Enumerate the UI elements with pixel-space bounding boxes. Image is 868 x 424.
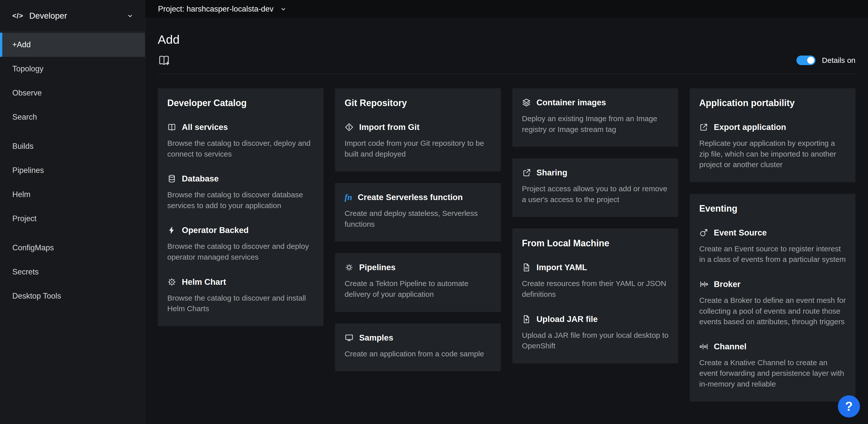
operator-backed-icon	[167, 226, 176, 235]
event-source-icon	[699, 228, 708, 237]
card-title: Eventing	[699, 203, 846, 214]
card-pipelines: PipelinesCreate a Tekton Pipeline to aut…	[335, 253, 501, 312]
tile-description: Project access allows you to add or remo…	[522, 183, 669, 205]
upload-jar-icon	[522, 315, 531, 324]
cards-column-4: Application portabilityExport applicatio…	[690, 88, 856, 402]
tile-title: Helm Chart	[182, 277, 226, 287]
card-eventing: EventingEvent SourceCreate an Event sour…	[690, 194, 856, 402]
switch-knob	[807, 57, 814, 64]
card-application-portability: Application portabilityExport applicatio…	[690, 88, 856, 182]
tile-description: Deploy an existing Image from an Image r…	[522, 113, 669, 135]
channel-icon	[699, 342, 708, 351]
import-yaml-icon	[522, 263, 531, 272]
page-title: Add	[158, 32, 856, 47]
sidebar-item-configmaps[interactable]: ConfigMaps	[0, 236, 145, 260]
tile-description: Replicate your application by exporting …	[699, 138, 846, 170]
container-images-icon	[522, 98, 531, 107]
card-title: From Local Machine	[522, 238, 669, 249]
tile-create-serverless-function[interactable]: fnCreate Serverless functionCreate and d…	[345, 193, 491, 229]
add-cards-grid: Developer CatalogAll servicesBrowse the …	[158, 88, 856, 402]
sidebar-item-project[interactable]: Project	[0, 206, 145, 231]
tile-all-services[interactable]: All servicesBrowse the catalog to discov…	[167, 122, 314, 159]
tile-event-source[interactable]: Event SourceCreate an Event source to re…	[699, 228, 846, 265]
tile-channel[interactable]: ChannelCreate a Knative Channel to creat…	[699, 342, 846, 390]
tile-database[interactable]: DatabaseBrowse the catalog to discover d…	[167, 174, 314, 211]
tile-operator-backed[interactable]: Operator BackedBrowse the catalog to dis…	[167, 225, 314, 262]
tile-description: Create a Tekton Pipeline to automate del…	[345, 278, 491, 300]
page-subheader: Details on	[158, 54, 856, 66]
sidebar-item-add[interactable]: +Add	[0, 33, 145, 57]
card-create-serverless-function: fnCreate Serverless functionCreate and d…	[335, 183, 501, 242]
sidebar-item-desktop-tools[interactable]: Desktop Tools	[0, 284, 145, 308]
tile-header: Channel	[699, 342, 846, 351]
tile-samples[interactable]: SamplesCreate an application from a code…	[345, 333, 491, 360]
tile-title: Upload JAR file	[536, 314, 598, 324]
sidebar: </> Developer +AddTopologyObserveSearchB…	[0, 0, 145, 424]
pipelines-icon	[345, 263, 353, 272]
tile-title: Database	[182, 174, 219, 183]
import-from-git-icon	[345, 123, 353, 132]
sidebar-item-helm[interactable]: Helm	[0, 182, 145, 206]
tile-title: Export application	[714, 122, 786, 132]
card-samples: SamplesCreate an application from a code…	[335, 323, 501, 371]
tile-title: Create Serverless function	[358, 193, 463, 202]
database-icon	[167, 174, 176, 183]
tile-description: Browse the catalog to discover database …	[167, 190, 314, 211]
tile-header: Samples	[345, 333, 491, 343]
tile-description: Create an application from a code sample	[345, 348, 491, 360]
card-title: Developer Catalog	[167, 98, 314, 108]
tile-broker[interactable]: BrokerCreate a Broker to define an event…	[699, 280, 846, 327]
tile-title: Operator Backed	[182, 225, 249, 235]
perspective-switcher[interactable]: </> Developer	[0, 0, 145, 32]
card-developer-catalog: Developer CatalogAll servicesBrowse the …	[158, 88, 323, 326]
details-switch[interactable]	[797, 56, 815, 65]
tile-description: Create resources from their YAML or JSON…	[522, 278, 669, 300]
card-title: Application portability	[699, 98, 846, 108]
tile-import-from-git[interactable]: Import from GitImport code from your Git…	[345, 122, 491, 159]
tile-container-images[interactable]: Container imagesDeploy an existing Image…	[522, 98, 669, 135]
tile-title: Pipelines	[359, 263, 396, 272]
sidebar-group: +AddTopologyObserveSearch	[0, 33, 145, 129]
tile-helm-chart[interactable]: Helm ChartBrowse the catalog to discover…	[167, 277, 314, 314]
tile-upload-jar-file[interactable]: Upload JAR fileUpload a JAR file from yo…	[522, 314, 669, 351]
tile-header: Import YAML	[522, 263, 669, 272]
project-label: Project: harshcasper-localsta-dev	[158, 4, 274, 13]
tile-header: Event Source	[699, 228, 846, 237]
details-toggle-label: Details on	[822, 56, 856, 64]
tile-title: Import YAML	[536, 263, 587, 272]
sidebar-item-observe[interactable]: Observe	[0, 81, 145, 105]
developer-perspective-icon: </>	[12, 12, 23, 20]
tile-header: Sharing	[522, 168, 669, 177]
samples-icon	[345, 333, 353, 342]
tile-export-application[interactable]: Export applicationReplicate your applica…	[699, 122, 846, 170]
sidebar-item-search[interactable]: Search	[0, 105, 145, 129]
tile-header: fnCreate Serverless function	[345, 193, 491, 202]
tile-title: Container images	[536, 98, 606, 107]
sidebar-item-builds[interactable]: Builds	[0, 134, 145, 158]
tile-pipelines[interactable]: PipelinesCreate a Tekton Pipeline to aut…	[345, 263, 491, 300]
tile-header: Export application	[699, 122, 846, 132]
perspective-label: Developer	[29, 11, 67, 21]
sidebar-group: BuildsPipelinesHelmProject	[0, 134, 145, 231]
sidebar-item-pipelines[interactable]: Pipelines	[0, 158, 145, 182]
sidebar-item-topology[interactable]: Topology	[0, 57, 145, 81]
broker-icon	[699, 280, 708, 289]
tile-title: Sharing	[536, 168, 567, 177]
guided-tour-book-icon[interactable]	[158, 54, 170, 66]
help-button[interactable]: ?	[838, 395, 860, 418]
sidebar-item-secrets[interactable]: Secrets	[0, 260, 145, 284]
tile-description: Import code from your Git repository to …	[345, 138, 491, 159]
tile-header: Import from Git	[345, 122, 491, 132]
tile-description: Browse the catalog to discover, deploy a…	[167, 138, 314, 159]
tile-header: All services	[167, 122, 314, 132]
tile-sharing[interactable]: SharingProject access allows you to add …	[522, 168, 669, 205]
cards-column-1: Developer CatalogAll servicesBrowse the …	[158, 88, 323, 326]
tile-import-yaml[interactable]: Import YAMLCreate resources from their Y…	[522, 263, 669, 300]
tile-description: Create a Knative Channel to create an ev…	[699, 358, 846, 390]
tile-header: Upload JAR file	[522, 314, 669, 324]
tile-title: Event Source	[714, 228, 767, 237]
project-dropdown[interactable]: Project: harshcasper-localsta-dev	[158, 4, 287, 13]
tile-header: Container images	[522, 98, 669, 107]
tile-description: Create an Event source to register inter…	[699, 244, 846, 265]
tile-title: Channel	[714, 342, 746, 351]
